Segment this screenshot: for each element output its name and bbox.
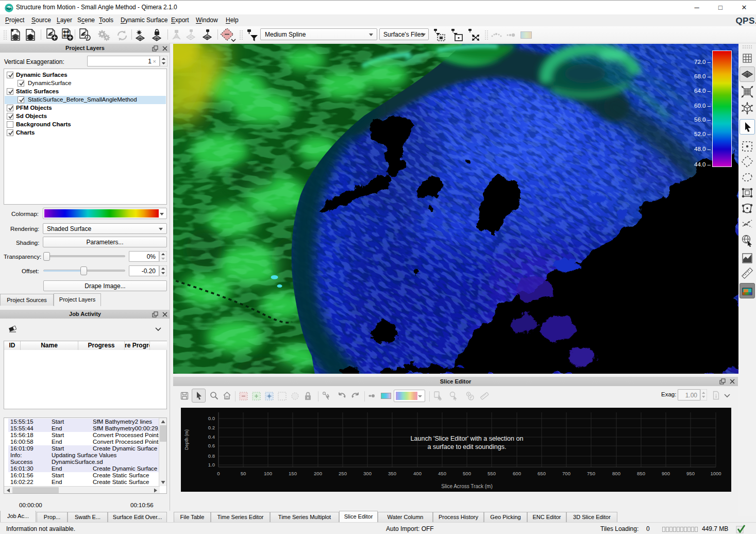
svg-text:250: 250 [339,471,347,476]
svg-text:Launch 'Slice Editor' with a s: Launch 'Slice Editor' with a selection o… [411,435,524,442]
svg-text:700: 700 [562,471,570,476]
svg-text:950: 950 [686,471,695,476]
svg-text:0.0: 0.0 [208,415,215,421]
svg-text:Slice Across Track (m): Slice Across Track (m) [441,483,492,489]
svg-text:350: 350 [388,471,396,476]
svg-text:0.8: 0.8 [208,453,215,459]
svg-text:500: 500 [463,471,471,476]
svg-text:450: 450 [438,471,446,476]
svg-text:550: 550 [488,471,496,476]
svg-text:600: 600 [513,471,521,476]
svg-text:750: 750 [587,471,595,476]
svg-text:0.6: 0.6 [208,443,215,448]
svg-text:50: 50 [241,471,246,476]
svg-text:900: 900 [662,471,670,476]
svg-text:400: 400 [413,471,422,476]
svg-text:200: 200 [314,471,322,476]
svg-text:850: 850 [637,471,645,476]
svg-text:a surface to edit soundings.: a surface to edit soundings. [428,443,507,450]
svg-text:1.0: 1.0 [208,462,215,468]
svg-text:300: 300 [363,471,372,476]
svg-text:0.4: 0.4 [208,434,215,440]
svg-text:Depth (m): Depth (m) [184,429,189,450]
svg-text:0.2: 0.2 [208,425,215,430]
svg-text:800: 800 [612,471,620,476]
svg-text:150: 150 [289,471,297,476]
svg-text:100: 100 [264,471,272,476]
svg-text:0: 0 [217,471,220,476]
svg-text:1000: 1000 [710,471,721,476]
svg-text:650: 650 [537,471,546,476]
